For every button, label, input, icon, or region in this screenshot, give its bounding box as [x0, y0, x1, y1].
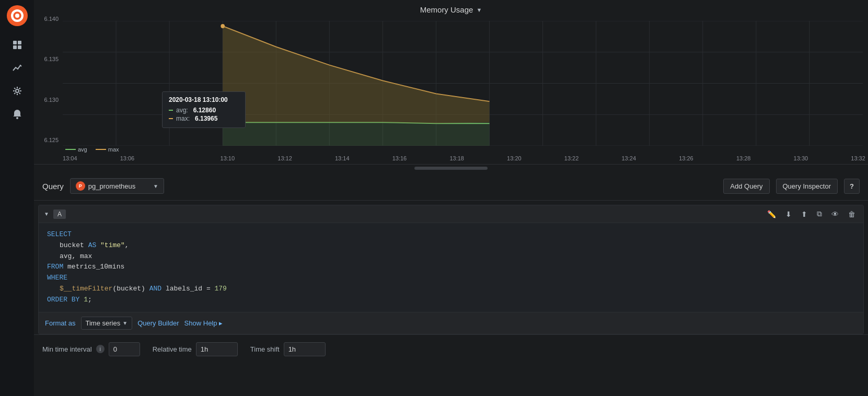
tooltip-avg-dot	[169, 110, 173, 111]
y-label-3: 6.125	[44, 137, 59, 143]
min-time-interval-input[interactable]	[109, 342, 140, 356]
collapse-icon[interactable]: ▼	[44, 211, 49, 217]
move-down-icon[interactable]: ⬇	[783, 209, 794, 219]
main-content: Memory Usage ▼ 6.140 6.135 6.130 6.125	[34, 0, 868, 396]
x-label-8: 13:20	[507, 155, 522, 161]
relative-time-label: Relative time	[153, 345, 192, 353]
sql-line-7: ORDER BY 1;	[47, 295, 855, 306]
chart-area: Memory Usage ▼ 6.140 6.135 6.130 6.125	[34, 0, 868, 165]
bottom-options: Min time interval i Relative time Time s…	[34, 334, 868, 364]
legend-max-line	[96, 149, 106, 150]
format-select[interactable]: Time series ▼	[81, 317, 133, 330]
sidebar-item-chart[interactable]	[8, 59, 27, 77]
chart-tooltip: 2020-03-18 13:10:00 avg: 6.12860 max: 6.…	[162, 91, 246, 128]
svg-rect-3	[18, 41, 21, 44]
show-help-link[interactable]: Show Help ▸	[184, 319, 223, 327]
chart-title[interactable]: Memory Usage ▼	[420, 5, 482, 14]
datasource-icon: P	[76, 181, 85, 191]
tooltip-max-label: max:	[176, 115, 190, 122]
x-label-13: 13:30	[794, 155, 808, 161]
x-label-14: 13:32	[851, 155, 865, 161]
svg-rect-4	[13, 45, 17, 49]
copy-query-icon[interactable]: ⧉	[814, 208, 825, 219]
format-select-caret-icon: ▼	[122, 320, 128, 326]
svg-point-0	[13, 11, 22, 20]
x-label-3: 13:10	[221, 155, 235, 161]
x-label-12: 13:28	[736, 155, 751, 161]
tooltip-row-avg: avg: 6.12860	[169, 107, 239, 114]
time-shift-group: Time shift	[250, 342, 326, 356]
move-up-icon[interactable]: ⬆	[798, 209, 810, 219]
query-builder-link[interactable]: Query Builder	[137, 319, 179, 327]
edit-query-icon[interactable]: ✏️	[765, 209, 779, 219]
relative-time-group: Relative time	[153, 342, 238, 356]
datasource-caret-icon: ▼	[153, 183, 158, 189]
sql-line-4: FROM metrics_10mins	[47, 262, 855, 273]
x-label-1: 13:06	[120, 155, 135, 161]
sql-editor[interactable]: SELECT bucket AS "time", avg, max FROM m…	[39, 223, 863, 312]
min-time-interval-info-icon[interactable]: i	[96, 345, 105, 353]
help-button[interactable]: ?	[844, 179, 860, 194]
datasource-name: pg_prometheus	[88, 182, 150, 190]
sql-line-5: WHERE	[47, 273, 855, 284]
y-axis: 6.140 6.135 6.130 6.125	[34, 16, 63, 143]
sidebar-item-dashboard[interactable]	[8, 36, 27, 54]
query-header: Query P pg_prometheus ▼ Add Query Query …	[34, 172, 868, 201]
x-label-10: 13:24	[622, 155, 636, 161]
scroll-bar-thumb[interactable]	[414, 167, 488, 170]
svg-rect-5	[18, 45, 21, 49]
tooltip-avg-label: avg:	[176, 107, 188, 114]
tooltip-time: 2020-03-18 13:10:00	[169, 96, 239, 103]
svg-marker-28	[223, 26, 489, 123]
legend-avg-label: avg	[78, 146, 87, 153]
svg-point-29	[221, 24, 225, 28]
y-label-0: 6.140	[44, 16, 59, 22]
y-label-1: 6.135	[44, 56, 59, 62]
min-time-interval-label: Min time interval	[42, 345, 92, 353]
time-shift-label: Time shift	[250, 345, 280, 353]
x-label-7: 13:18	[449, 155, 464, 161]
toggle-visibility-icon[interactable]: 👁	[829, 209, 841, 219]
sidebar-item-alert[interactable]	[8, 104, 27, 123]
query-block-a: ▼ A ✏️ ⬇ ⬆ ⧉ 👁 🗑 SELECT bucket AS "time"…	[38, 205, 864, 334]
query-block-header: ▼ A ✏️ ⬇ ⬆ ⧉ 👁 🗑	[39, 205, 863, 223]
query-id-badge: A	[53, 209, 66, 219]
scroll-bar-area[interactable]	[34, 165, 868, 172]
sql-line-2: bucket AS "time",	[47, 240, 855, 251]
sql-line-6: $__timeFilter(bucket) AND labels_id = 17…	[47, 284, 855, 295]
sidebar	[0, 0, 34, 396]
relative-time-input[interactable]	[196, 342, 238, 356]
format-select-value: Time series	[86, 319, 121, 327]
sql-line-3: avg, max	[47, 251, 855, 262]
legend-avg: avg	[65, 146, 87, 153]
tooltip-avg-value: 6.12860	[193, 107, 216, 114]
chart-title-text: Memory Usage	[420, 5, 473, 14]
datasource-selector[interactable]: P pg_prometheus ▼	[70, 178, 164, 194]
grafana-logo[interactable]	[7, 5, 28, 26]
time-shift-input[interactable]	[284, 342, 326, 356]
x-axis: 13:04 13:06 13:10 13:12 13:14 13:16 13:1…	[63, 155, 865, 161]
x-label-0: 13:04	[63, 155, 77, 161]
format-label: Format as	[45, 319, 76, 327]
svg-point-6	[16, 89, 19, 92]
x-label-5: 13:14	[335, 155, 350, 161]
delete-query-icon[interactable]: 🗑	[846, 209, 858, 219]
legend-max: max	[96, 146, 119, 153]
query-panel: Query P pg_prometheus ▼ Add Query Query …	[34, 172, 868, 396]
svg-point-7	[16, 117, 18, 119]
chart-title-caret-icon: ▼	[476, 7, 482, 13]
legend-max-label: max	[108, 146, 119, 153]
x-label-11: 13:26	[679, 155, 693, 161]
query-footer: Format as Time series ▼ Query Builder Sh…	[39, 312, 863, 334]
sidebar-item-settings[interactable]	[8, 81, 27, 100]
add-query-button[interactable]: Add Query	[723, 179, 769, 194]
chart-legend: avg max	[65, 146, 119, 153]
x-label-9: 13:22	[564, 155, 579, 161]
query-label: Query	[42, 182, 64, 191]
x-label-4: 13:12	[277, 155, 292, 161]
legend-avg-line	[65, 149, 76, 150]
sql-line-1: SELECT	[47, 229, 855, 240]
query-inspector-button[interactable]: Query Inspector	[776, 179, 838, 194]
svg-point-1	[15, 14, 19, 18]
tooltip-max-value: 6.13965	[195, 115, 217, 122]
